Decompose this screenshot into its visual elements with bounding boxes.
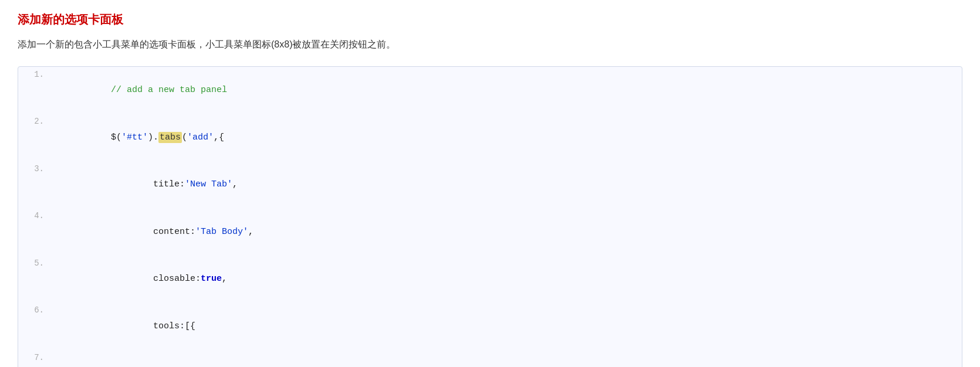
table-row: 4. content:'Tab Body', [18,208,962,256]
line-number: 6. [18,303,53,350]
code-content: closable:true, [53,256,962,303]
table-row: 2. $('#tt').tabs('add',{ [18,114,962,161]
code-string: 'New Tab' [185,179,232,189]
code-text: ,{ [214,132,224,142]
page-title: 添加新的选项卡面板 [18,12,962,28]
code-string: 'Tab Body' [195,227,248,237]
code-text: content: [111,227,195,237]
line-number: 5. [18,256,53,303]
code-string: '#tt' [121,132,148,142]
code-text: ( [182,132,187,142]
table-row: 1. // add a new tab panel [18,67,962,114]
line-number: 7. [18,350,53,367]
line-number: 2. [18,114,53,161]
code-text: , [222,274,227,284]
code-keyword: true [201,274,222,284]
code-text: title: [111,179,185,189]
table-row: 3. title:'New Tab', [18,161,962,209]
line-number: 3. [18,161,53,209]
code-block: 1. // add a new tab panel 2. $('#tt').ta… [18,66,962,367]
table-row: 5. closable:true, [18,256,962,303]
code-content: $('#tt').tabs('add',{ [53,114,962,161]
code-content: tools:[{ [53,303,962,350]
code-text: , [232,179,238,189]
table-row: 7. iconCls:'icon-mini-refresh', [18,350,962,367]
code-content: // add a new tab panel [53,67,962,114]
line-number: 4. [18,208,53,256]
code-text: $( [111,132,121,142]
code-text: ). [148,132,158,142]
code-content: iconCls:'icon-mini-refresh', [53,350,962,367]
line-number: 1. [18,67,53,114]
table-row: 6. tools:[{ [18,303,962,350]
code-table: 1. // add a new tab panel 2. $('#tt').ta… [18,67,962,367]
code-text: , [248,227,254,237]
code-string: 'add' [187,132,214,142]
code-text: tools:[{ [111,321,195,331]
code-text: closable: [111,274,201,284]
page-description: 添加一个新的包含小工具菜单的选项卡面板，小工具菜单图标(8x8)被放置在关闭按钮… [18,37,962,52]
code-comment: // add a new tab panel [111,85,227,95]
code-method: tabs [160,132,181,142]
code-highlight: tabs [158,132,182,143]
code-content: title:'New Tab', [53,161,962,209]
code-content: content:'Tab Body', [53,208,962,256]
